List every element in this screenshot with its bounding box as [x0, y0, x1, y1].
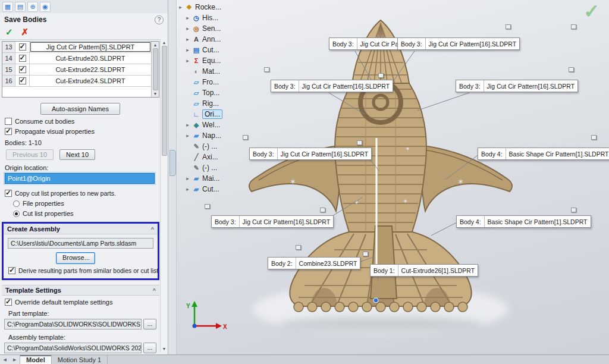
solidworks-window: ▦▤⊕◉ Save Bodies ? ✓ ✗ 13Jig Cut Cir Pat…: [0, 0, 609, 364]
body-checkbox[interactable]: [19, 55, 26, 62]
hide-show-items-icon[interactable]: ⊕: [27, 2, 38, 12]
body-callout[interactable]: Body 3:Jig Cut Cir Pattern[16].SLDPRT: [211, 215, 334, 228]
cutlist-properties-option[interactable]: Cut list properties: [13, 210, 156, 217]
body-callout[interactable]: Body 3:Jig Cut Cir Pattern[16].SLDPRT: [249, 148, 372, 160]
scroll-down-icon[interactable]: ▼: [162, 347, 167, 351]
row-number: 14: [2, 53, 15, 64]
callout-anchor-icon[interactable]: [205, 204, 210, 209]
panel-scrollbar[interactable]: ▲ ▼: [160, 39, 168, 352]
body-callout[interactable]: Body 3:Jig Cut Cir Pattern[16].SLDPRT: [271, 80, 393, 92]
ok-cancel-row: ✓ ✗: [0, 26, 168, 40]
copy-cutlist-option[interactable]: Copy cut list properties to new parts.: [5, 190, 156, 197]
view-settings-icon[interactable]: ▦: [2, 2, 13, 12]
file-properties-radio[interactable]: [13, 200, 20, 207]
body-filename-cell[interactable]: Jig Cut Cir Pattern[5].SLDPRT: [30, 42, 151, 52]
callout-filename[interactable]: Jig Cut Cir Pattern[16].SLDPRT: [240, 216, 333, 227]
body-checkbox[interactable]: [19, 43, 26, 51]
callout-anchor-icon[interactable]: [569, 67, 574, 72]
body-checkbox[interactable]: [19, 77, 26, 84]
file-properties-option[interactable]: File properties: [13, 200, 156, 207]
create-assembly-header[interactable]: Create Assembly ^: [4, 224, 158, 234]
callout-anchor-icon[interactable]: [571, 24, 576, 29]
body-callout[interactable]: Body 4:Basic Shape Cir Pattern[1].SLDPRT: [456, 215, 591, 228]
callout-anchor-icon[interactable]: [357, 140, 362, 145]
scroll-up-icon[interactable]: ▲: [153, 43, 158, 47]
consume-checkbox[interactable]: [5, 118, 12, 125]
callout-body-label: Body 1:: [371, 265, 398, 276]
table-scrollbar[interactable]: ▲ ▼: [151, 42, 159, 97]
callout-anchor-icon[interactable]: [378, 73, 384, 78]
assembly-template-browse-button[interactable]: ...: [143, 343, 156, 353]
propagate-visual-option[interactable]: Propagate visual properties: [5, 128, 156, 135]
consume-cut-bodies-option[interactable]: Consume cut bodies: [5, 118, 156, 125]
assembly-path-field[interactable]: C:\Users\lstiu\Documents\Lamp Parts.slda…: [8, 238, 153, 249]
auto-assign-names-button[interactable]: Auto-assign Names: [40, 103, 120, 115]
appearance-icon[interactable]: ◉: [40, 2, 51, 12]
bodies-table-rows: 13Jig Cut Cir Pattern[5].SLDPRT14Cut-Ext…: [2, 42, 151, 97]
scroll-left-icon[interactable]: ◀: [4, 357, 7, 362]
override-checkbox[interactable]: [5, 299, 12, 306]
ok-check-icon[interactable]: ✓: [5, 27, 13, 37]
scrollbar-thumb[interactable]: [162, 46, 167, 156]
body-callout[interactable]: Body 3:Jig Cut Cir Pattern[16].SLDPRT: [397, 37, 520, 50]
callout-anchor-icon[interactable]: [243, 135, 248, 140]
callout-filename[interactable]: Jig Cut Cir Pattern[16].SLDPRT: [278, 148, 371, 159]
next-10-button[interactable]: Next 10: [59, 149, 95, 160]
derive-parts-option[interactable]: Derive resulting parts from similar bodi…: [8, 267, 153, 274]
callout-filename[interactable]: Jig Cut Cir Patte: [357, 38, 398, 49]
propagate-checkbox[interactable]: [5, 128, 12, 135]
copy-cutlist-checkbox[interactable]: [5, 190, 12, 197]
cutlist-properties-radio[interactable]: [13, 211, 20, 217]
callout-filename[interactable]: Basic Shape Cir Pattern[1].SLDPRT: [485, 216, 591, 227]
tab-motion-study[interactable]: Motion Study 1: [52, 355, 108, 364]
help-icon[interactable]: ?: [155, 15, 164, 24]
callout-anchor-icon[interactable]: [320, 208, 325, 212]
body-filename-cell[interactable]: Cut-Extrude24.SLDPRT: [30, 76, 151, 86]
callout-anchor-icon[interactable]: [571, 208, 576, 212]
template-settings-header[interactable]: Template Settings ^: [2, 285, 159, 296]
part-template-browse-button[interactable]: ...: [143, 319, 156, 330]
body-callout[interactable]: Body 1:Cut-Extrude26[1].SLDPRT: [370, 264, 478, 277]
scroll-down-icon[interactable]: ▼: [153, 92, 158, 96]
body-callout[interactable]: Body 2:Combine23.SLDPRT: [268, 257, 360, 269]
derive-checkbox[interactable]: [8, 267, 15, 274]
body-callout[interactable]: Body 3:Jig Cut Cir Patte: [329, 37, 398, 50]
confirmation-check-icon[interactable]: ✓: [583, 0, 599, 23]
row-number: 16: [2, 76, 15, 86]
collapse-chevron-icon[interactable]: ^: [153, 287, 156, 293]
cancel-x-icon[interactable]: ✗: [21, 27, 29, 37]
body-callout[interactable]: Body 4:Basic Shape Cir Pattern[1].SLDPRT: [478, 148, 609, 160]
previous-10-button[interactable]: Previous 10: [6, 149, 54, 160]
callout-anchor-icon[interactable]: [264, 67, 269, 72]
scrollbar-thumb[interactable]: [153, 48, 158, 90]
scroll-up-icon[interactable]: ▲: [162, 40, 167, 45]
callout-filename[interactable]: Cut-Extrude26[1].SLDPRT: [398, 265, 478, 276]
display-pane-icon[interactable]: ▤: [15, 2, 26, 12]
body-filename-cell[interactable]: Cut-Extrude20.SLDPRT: [30, 53, 151, 64]
callout-filename[interactable]: Combine23.SLDPRT: [296, 258, 360, 269]
origin-location-field[interactable]: Point1@Origin: [5, 173, 155, 184]
callout-anchor-icon[interactable]: [363, 252, 368, 256]
callout-anchor-icon[interactable]: [506, 24, 511, 29]
body-filename-cell[interactable]: Cut-Extrude22.SLDPRT: [30, 64, 151, 75]
collapse-chevron-icon[interactable]: ^: [151, 226, 154, 232]
splitter-grip[interactable]: [169, 150, 176, 176]
callout-anchor-icon[interactable]: [296, 245, 301, 250]
callout-filename[interactable]: Jig Cut Cir Pattern[16].SLDPRT: [299, 80, 393, 92]
body-checkbox[interactable]: [19, 66, 26, 73]
body-callout[interactable]: Body 3:Jig Cut Cir Pattern[16].SLDPRT: [456, 80, 578, 92]
propagate-label: Propagate visual properties: [15, 128, 95, 135]
part-template-field[interactable]: C:\ProgramData\SOLIDWORKS\SOLIDWORKS 2: [4, 319, 142, 330]
callout-anchor-icon[interactable]: [591, 135, 597, 140]
callout-filename[interactable]: Jig Cut Cir Pattern[16].SLDPRT: [484, 80, 577, 92]
callout-filename[interactable]: Jig Cut Cir Pattern[16].SLDPRT: [426, 38, 519, 49]
override-template-option[interactable]: Override default template settings: [5, 299, 156, 306]
panel-splitter[interactable]: [168, 0, 177, 354]
tab-scroll-buttons[interactable]: ◀ ▶: [0, 355, 20, 364]
scroll-right-icon[interactable]: ▶: [13, 357, 16, 362]
tab-model[interactable]: Model: [20, 355, 52, 364]
assembly-template-field[interactable]: C:\ProgramData\SolidWorks\SOLIDWORKS 202: [4, 343, 142, 353]
graphics-viewport[interactable]: ✶ ✶: [177, 0, 609, 354]
callout-filename[interactable]: Basic Shape Cir Pattern[1].SLDPRT: [506, 148, 609, 159]
browse-button[interactable]: Browse...: [56, 252, 95, 264]
